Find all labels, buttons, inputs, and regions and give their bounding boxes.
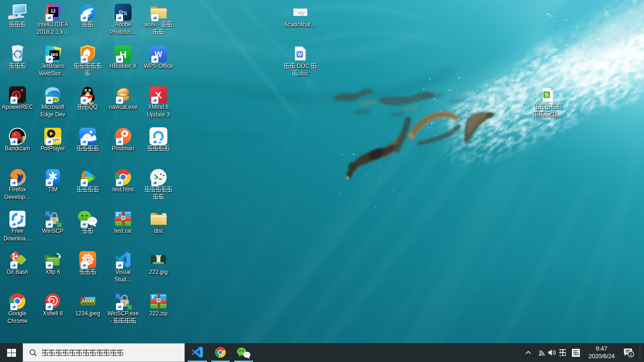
svg-text:W: W [297,51,302,57]
svg-text:IJ: IJ [51,8,56,14]
svg-text:ayer: ayer [52,137,60,142]
svg-text:1: 1 [630,352,632,357]
svg-text:S: S [545,91,548,97]
